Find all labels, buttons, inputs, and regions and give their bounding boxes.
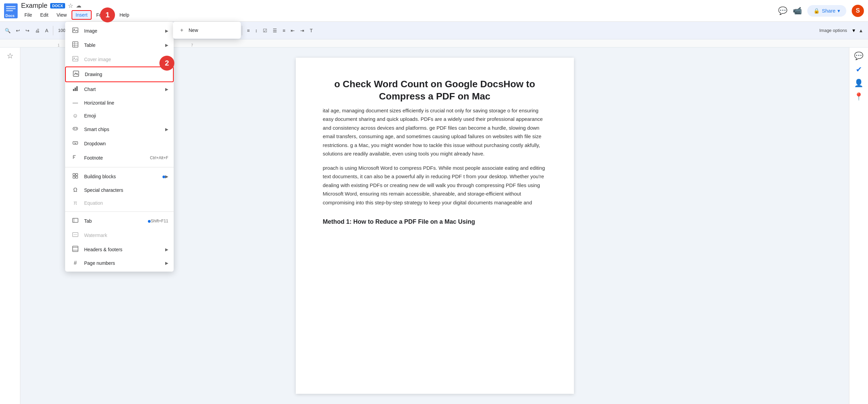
star-icon: ☆ [68, 2, 73, 10]
svg-point-31 [148, 220, 151, 223]
drawing-submenu: + New [173, 22, 241, 39]
menu-file[interactable]: File [21, 11, 36, 19]
sidebar-explore-icon[interactable]: ☆ [7, 52, 14, 60]
insert-item-smart-chips[interactable]: Smart chips ▶ [65, 122, 174, 136]
menu-edit[interactable]: Edit [37, 11, 52, 19]
right-panel-comment-icon[interactable]: 💬 [854, 52, 863, 60]
equation-menu-icon: π [71, 200, 80, 206]
insert-item-special-characters[interactable]: Ω Special characters [65, 184, 174, 197]
insert-headers-footers-label: Headers & footers [84, 247, 165, 252]
insert-item-footnote[interactable]: Footnote Ctrl+Alt+F [65, 151, 174, 165]
menu-insert[interactable]: Insert [72, 10, 92, 20]
svg-rect-24 [73, 173, 75, 176]
insert-footnote-label: Footnote [84, 155, 150, 161]
insert-image-label: Image [84, 28, 165, 34]
doc-title: Example DOCX ☆ ☁ [21, 2, 133, 10]
svg-point-18 [74, 128, 75, 129]
insert-item-headers-footers[interactable]: Headers & footers ▶ [65, 242, 174, 257]
toolbar-indent-more[interactable]: ⇥ [298, 26, 306, 35]
toolbar-numbered[interactable]: ≡ [281, 26, 287, 35]
svg-rect-1 [6, 6, 16, 7]
image-options-label[interactable]: Image options [819, 28, 847, 33]
svg-rect-34 [73, 246, 78, 252]
menu-view[interactable]: View [53, 11, 70, 19]
cloud-icon: ☁ [76, 2, 81, 9]
svg-rect-26 [73, 176, 75, 178]
topbar: Docs Example DOCX ☆ ☁ File Edit View Ins… [0, 0, 868, 22]
doc-main-title: o Check Word Count on Google DocsHow to … [323, 78, 547, 103]
insert-item-drawing[interactable]: Drawing [65, 67, 174, 82]
docx-badge: DOCX [50, 3, 65, 8]
insert-item-equation[interactable]: π Equation [65, 197, 174, 209]
insert-item-tab[interactable]: Tab Shift+F11 [65, 214, 174, 228]
share-label: Share [822, 8, 835, 14]
drawing-menu-icon [71, 71, 81, 78]
image-options-chevron: ▾ [852, 27, 855, 34]
insert-page-numbers-label: Page numbers [84, 260, 165, 266]
svg-rect-25 [76, 173, 78, 176]
insert-item-table[interactable]: Table ▶ [65, 38, 174, 52]
insert-item-horizontal-line[interactable]: — Horizontal line [65, 96, 174, 109]
headers-footers-menu-icon [71, 246, 80, 253]
toolbar-sep-6 [242, 26, 242, 35]
insert-item-watermark[interactable]: Watermark [65, 228, 174, 242]
insert-tab-label: Tab [84, 218, 147, 224]
insert-item-image[interactable]: Image ▶ [65, 24, 174, 38]
toolbar-redo[interactable]: ↪ [23, 26, 32, 35]
insert-watermark-label: Watermark [84, 233, 168, 238]
cover-image-menu-icon [71, 56, 80, 63]
menu-bar: File Edit View Insert Format Help [21, 10, 133, 20]
insert-item-page-numbers[interactable]: # Page numbers ▶ [65, 257, 174, 270]
insert-menu: Image ▶ Table ▶ Cover image ▶ Drawing Ch… [65, 22, 174, 272]
menu-help[interactable]: Help [116, 11, 133, 19]
insert-item-chart[interactable]: Chart ▶ [65, 82, 174, 96]
submenu-item-new[interactable]: + New [173, 24, 241, 37]
toolbar-bullets[interactable]: ☰ [271, 26, 279, 35]
insert-table-label: Table [84, 42, 165, 48]
toolbar-collapse[interactable]: ▲ [856, 26, 865, 35]
insert-item-dropdown[interactable]: Dropdown [65, 136, 174, 151]
annotation-1: 1 [100, 7, 115, 22]
building-blocks-menu-icon [71, 173, 80, 180]
image-arrow-icon: ▶ [165, 29, 168, 33]
image-menu-icon [71, 27, 80, 35]
doc-method-title: Method 1: How to Reduce a PDF File on a … [323, 217, 547, 227]
right-panel-user-icon[interactable]: 👤 [854, 79, 863, 88]
doc-body-para-1: ital age, managing document sizes effici… [323, 106, 547, 158]
insert-emoji-label: Emoji [84, 113, 168, 118]
building-blocks-dot [162, 174, 165, 179]
toolbar-print[interactable]: 🖨 [33, 26, 42, 35]
toolbar-search[interactable]: 🔍 [3, 26, 13, 35]
meet-icon[interactable]: 📹 [793, 6, 802, 15]
toolbar-checklist[interactable]: ☑ [261, 26, 269, 35]
smart-chips-arrow-icon: ▶ [165, 127, 168, 132]
svg-rect-7 [73, 42, 78, 47]
right-panel-check-icon[interactable]: ✔ [856, 65, 862, 74]
svg-point-12 [74, 57, 75, 58]
headers-footers-arrow-icon: ▶ [165, 247, 168, 252]
svg-rect-27 [76, 176, 78, 178]
toolbar-clear-format[interactable]: T [308, 26, 315, 35]
left-panel: ☆ [0, 48, 20, 404]
special-characters-menu-icon: Ω [71, 187, 80, 193]
toolbar-spellcheck[interactable]: A [43, 26, 50, 35]
toolbar-undo[interactable]: ↩ [14, 26, 22, 35]
table-menu-icon [71, 41, 80, 49]
toolbar-indent-less[interactable]: ⇤ [289, 26, 297, 35]
toolbar-line-spacing[interactable]: ↕ [253, 26, 259, 35]
svg-rect-14 [73, 89, 74, 91]
comment-icon[interactable]: 💬 [778, 6, 787, 15]
insert-item-cover-image[interactable]: Cover image ▶ [65, 52, 174, 67]
right-panel: 💬 ✔ 👤 📍 [849, 48, 868, 404]
svg-rect-11 [73, 56, 78, 61]
insert-item-building-blocks[interactable]: Building blocks ▶ [65, 169, 174, 184]
svg-point-28 [162, 176, 165, 178]
footnote-menu-icon [71, 154, 80, 162]
insert-item-emoji[interactable]: ☺ Emoji [65, 109, 174, 122]
ruler-tick-7: 7 [181, 43, 203, 47]
right-panel-map-icon[interactable]: 📍 [854, 92, 863, 101]
svg-point-6 [74, 29, 75, 30]
toolbar-align[interactable]: ≡ [245, 26, 252, 35]
share-button[interactable]: 🔒 Share ▾ [807, 5, 846, 17]
doc-body-para-2: proach is using Microsoft Word to compre… [323, 164, 547, 207]
